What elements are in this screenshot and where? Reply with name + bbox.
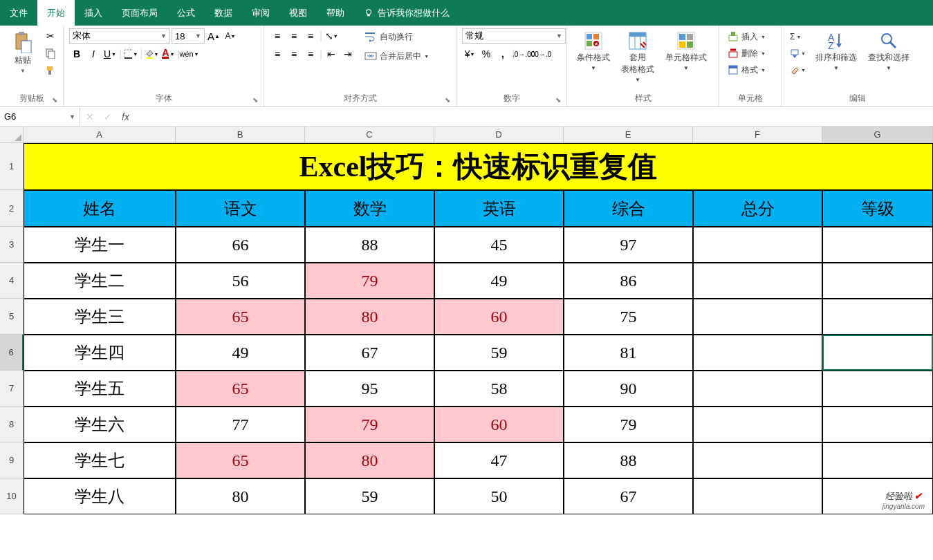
data-cell[interactable]: 学生五 (24, 371, 176, 407)
align-top-button[interactable]: ≡ (270, 28, 285, 44)
row-header-9[interactable]: 9 (0, 442, 24, 478)
data-cell[interactable]: 80 (305, 442, 434, 478)
data-cell[interactable]: 60 (434, 407, 564, 442)
data-cell[interactable]: 88 (305, 227, 434, 263)
align-right-button[interactable]: ≡ (303, 46, 318, 62)
header-cell[interactable]: 英语 (434, 190, 564, 227)
data-cell[interactable]: 学生二 (24, 263, 176, 299)
row-header-6[interactable]: 6 (0, 335, 24, 371)
number-format-combo[interactable]: 常规▼ (462, 28, 566, 44)
bold-button[interactable]: B (69, 46, 84, 62)
data-cell[interactable]: 80 (305, 299, 434, 335)
data-cell[interactable]: 95 (305, 371, 434, 407)
data-cell[interactable]: 88 (564, 442, 693, 478)
underline-button[interactable]: U▼ (102, 46, 118, 62)
tab-insert[interactable]: 插入 (75, 0, 112, 26)
find-select-button[interactable]: 查找和选择 ▼ (864, 28, 914, 74)
data-cell[interactable]: 49 (434, 263, 564, 299)
comma-button[interactable]: , (495, 46, 510, 62)
data-cell[interactable]: 90 (564, 371, 693, 407)
row-header-1[interactable]: 1 (0, 143, 24, 190)
data-cell[interactable]: 学生八 (24, 478, 176, 514)
font-size-combo[interactable]: 18▼ (172, 28, 205, 44)
cancel-formula-button[interactable]: ✕ (86, 111, 94, 122)
data-cell[interactable]: 60 (434, 299, 564, 335)
font-color-button[interactable]: A▼ (160, 46, 176, 62)
data-cell[interactable]: 学生四 (24, 335, 176, 371)
data-cell[interactable]: 65 (176, 371, 305, 407)
delete-cells-button[interactable]: 删除▼ (725, 46, 768, 61)
row-header-2[interactable]: 2 (0, 190, 24, 227)
italic-button[interactable]: I (86, 46, 101, 62)
tab-data[interactable]: 数据 (205, 0, 242, 26)
header-cell[interactable]: 总分 (693, 190, 822, 227)
data-cell[interactable]: 65 (176, 299, 305, 335)
data-cell[interactable]: 56 (176, 263, 305, 299)
data-cell[interactable] (693, 478, 822, 514)
col-header-A[interactable]: A (24, 127, 176, 143)
insert-cells-button[interactable]: 插入▼ (725, 30, 768, 44)
data-cell[interactable] (822, 442, 933, 478)
align-bottom-button[interactable]: ≡ (303, 28, 318, 44)
header-cell[interactable]: 语文 (176, 190, 305, 227)
sort-filter-button[interactable]: AZ 排序和筛选 ▼ (811, 28, 861, 74)
data-cell[interactable] (693, 371, 822, 407)
increase-font-button[interactable]: A▲ (206, 28, 221, 44)
header-cell[interactable]: 姓名 (24, 190, 176, 227)
title-cell[interactable]: Excel技巧：快速标识重复值 (24, 143, 933, 190)
accounting-button[interactable]: ¥▼ (462, 46, 477, 62)
autosum-button[interactable]: Σ ▼ (787, 30, 809, 43)
conditional-format-button[interactable]: ≠ 条件格式 ▼ (573, 28, 614, 74)
increase-indent-button[interactable]: ⇥ (340, 46, 355, 62)
cell-styles-button[interactable]: 单元格样式 ▼ (661, 28, 711, 74)
header-cell[interactable]: 等级 (822, 190, 933, 227)
data-cell[interactable]: 58 (434, 371, 564, 407)
data-cell[interactable]: 66 (176, 227, 305, 263)
fill-button[interactable]: ▼ (787, 47, 809, 59)
font-name-combo[interactable]: 宋体▼ (69, 28, 170, 44)
row-header-4[interactable]: 4 (0, 263, 24, 299)
data-cell[interactable] (693, 442, 822, 478)
clipboard-launcher[interactable]: ⬊ (52, 96, 57, 104)
copy-button[interactable] (43, 46, 58, 61)
fx-button[interactable]: fx (122, 111, 129, 122)
header-cell[interactable]: 综合 (564, 190, 693, 227)
enter-formula-button[interactable]: ✓ (104, 111, 112, 122)
tab-pagelayout[interactable]: 页面布局 (112, 0, 167, 26)
data-cell[interactable]: 学生七 (24, 442, 176, 478)
row-header-10[interactable]: 10 (0, 478, 24, 514)
data-cell[interactable]: 79 (305, 263, 434, 299)
data-cell[interactable] (693, 227, 822, 263)
data-cell[interactable]: 75 (564, 299, 693, 335)
col-header-F[interactable]: F (693, 127, 822, 143)
data-cell[interactable]: 67 (305, 335, 434, 371)
tell-me[interactable]: 告诉我你想做什么 (354, 0, 459, 26)
row-header-7[interactable]: 7 (0, 371, 24, 407)
decrease-indent-button[interactable]: ⇤ (324, 46, 339, 62)
header-cell[interactable]: 数学 (305, 190, 434, 227)
data-cell[interactable]: 学生三 (24, 299, 176, 335)
tab-help[interactable]: 帮助 (317, 0, 354, 26)
data-cell[interactable] (693, 407, 822, 442)
data-cell[interactable] (822, 299, 933, 335)
format-painter-button[interactable] (43, 63, 58, 78)
col-header-G[interactable]: G (822, 127, 933, 143)
decrease-decimal-button[interactable]: .00→.0 (533, 46, 548, 62)
data-cell[interactable]: 79 (564, 407, 693, 442)
col-header-D[interactable]: D (434, 127, 564, 143)
wrap-text-button[interactable]: 自动换行 (361, 28, 432, 45)
align-center-button[interactable]: ≡ (286, 46, 302, 62)
paste-button[interactable]: 粘贴 ▼ (6, 28, 40, 77)
data-cell[interactable] (822, 371, 933, 407)
data-cell[interactable]: 80 (176, 478, 305, 514)
data-cell[interactable] (693, 299, 822, 335)
tab-review[interactable]: 审阅 (242, 0, 279, 26)
tab-file[interactable]: 文件 (0, 0, 37, 26)
format-cells-button[interactable]: 格式▼ (725, 63, 768, 77)
data-cell[interactable]: 50 (434, 478, 564, 514)
tab-formulas[interactable]: 公式 (167, 0, 205, 26)
col-header-E[interactable]: E (564, 127, 693, 143)
border-button[interactable]: ▼ (123, 46, 138, 62)
data-cell[interactable]: 学生一 (24, 227, 176, 263)
data-cell[interactable] (822, 407, 933, 442)
